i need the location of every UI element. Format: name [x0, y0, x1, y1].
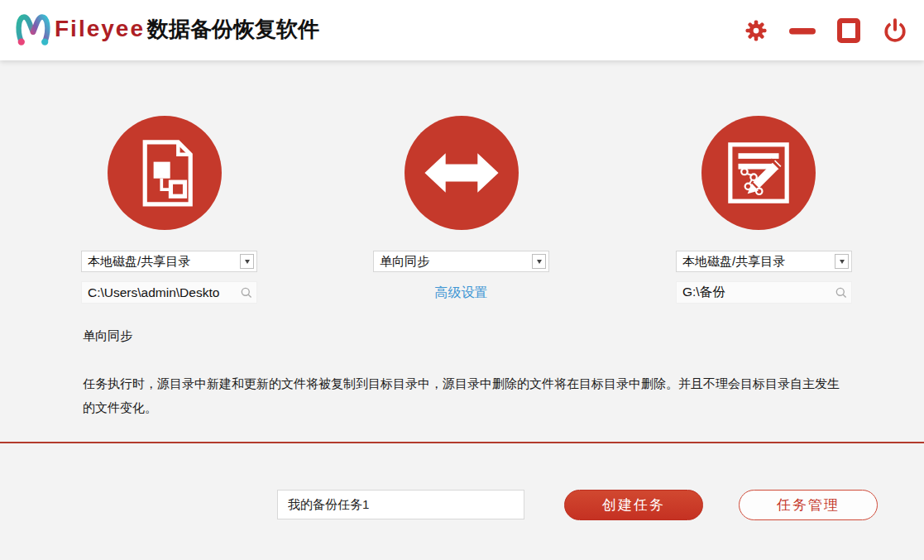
window-controls — [742, 0, 909, 60]
target-type-value: 本地磁盘/共享目录 — [682, 254, 785, 268]
sync-mode-description-body: 任务执行时，源目录中新建和更新的文件将被复制到目标目录中，源目录中删除的文件将在… — [83, 371, 840, 419]
fileyee-logo-icon — [15, 11, 51, 49]
source-circle — [108, 116, 222, 230]
task-name-input[interactable] — [277, 490, 524, 519]
target-path-box — [676, 281, 852, 304]
edit-note-icon — [716, 130, 802, 216]
minus-icon — [788, 18, 816, 43]
close-button[interactable] — [881, 17, 909, 45]
source-type-value: 本地磁盘/共享目录 — [88, 254, 190, 268]
title-bar: Fileyee 数据备份恢复软件 — [0, 0, 924, 60]
brand-name: Fileyee — [55, 16, 145, 42]
source-path-input[interactable] — [82, 282, 256, 303]
app-title: 数据备份恢复软件 — [147, 15, 319, 44]
chevron-down-icon[interactable] — [240, 254, 254, 269]
minimize-button[interactable] — [788, 17, 816, 45]
red-divider — [0, 442, 924, 443]
file-diagram-icon — [122, 130, 208, 216]
app-window: Fileyee 数据备份恢复软件 — [0, 0, 924, 560]
gear-icon — [744, 18, 768, 43]
target-path-input[interactable] — [677, 282, 851, 303]
sync-mode-description-title: 单向同步 — [83, 328, 132, 344]
search-icon[interactable] — [835, 286, 848, 299]
create-task-button[interactable]: 创建任务 — [564, 490, 703, 520]
maximize-button[interactable] — [835, 17, 863, 45]
sync-mode-value: 单向同步 — [380, 254, 429, 268]
source-path-box — [81, 281, 257, 304]
advanced-settings-link[interactable]: 高级设置 — [373, 285, 549, 302]
settings-button[interactable] — [742, 17, 770, 45]
search-icon[interactable] — [240, 286, 253, 299]
sync-mode-circle — [405, 116, 519, 230]
sync-mode-select[interactable]: 单向同步 — [373, 251, 549, 272]
chevron-down-icon[interactable] — [532, 254, 546, 269]
chevron-down-icon[interactable] — [835, 254, 849, 269]
source-type-select[interactable]: 本地磁盘/共享目录 — [81, 251, 257, 272]
square-icon — [836, 18, 861, 43]
target-type-select[interactable]: 本地磁盘/共享目录 — [676, 251, 852, 272]
power-icon — [883, 18, 907, 43]
double-arrow-icon — [419, 130, 505, 216]
target-circle — [701, 116, 816, 230]
task-manage-button[interactable]: 任务管理 — [739, 490, 878, 520]
